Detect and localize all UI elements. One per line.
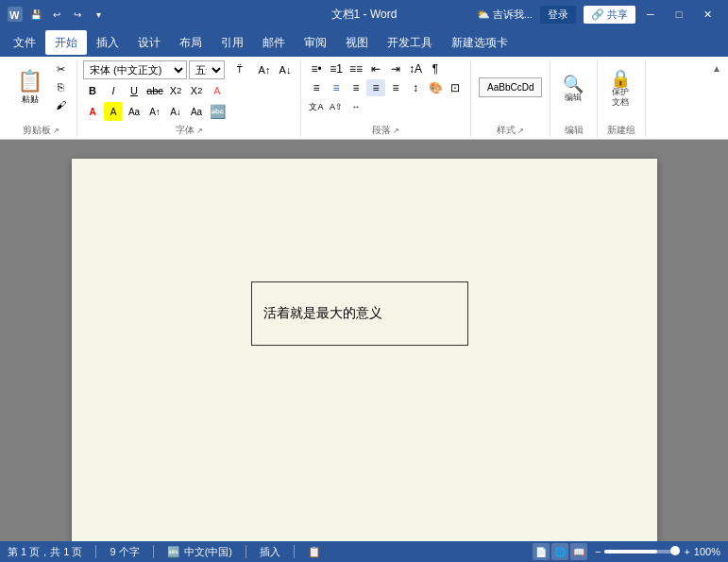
share-button[interactable]: 🔗 共享 <box>584 6 635 24</box>
view-print-btn[interactable]: 📄 <box>533 543 550 560</box>
styles-expand-icon[interactable]: ↗ <box>517 127 524 135</box>
track-changes[interactable]: 📋 <box>308 546 321 558</box>
more-qa-btn[interactable]: ▾ <box>89 5 108 24</box>
align-right-button[interactable]: ≡ <box>347 79 365 96</box>
show-marks-button[interactable]: ¶ <box>426 60 445 77</box>
redo-qa-btn[interactable]: ↪ <box>68 5 87 24</box>
clipboard-content: 📋 粘贴 ✂ ⎘ 🖌 <box>11 60 71 122</box>
minimize-button[interactable]: ─ <box>637 0 664 28</box>
insert-mode[interactable]: 插入 <box>260 545 280 559</box>
strikethrough-button[interactable]: abc <box>145 81 164 100</box>
page-info-text: 第 1 页，共 1 页 <box>8 545 82 559</box>
save-qa-btn[interactable]: 💾 <box>26 5 45 24</box>
zoom-track[interactable] <box>604 550 680 553</box>
font-size-select[interactable]: 五号 <box>189 60 225 79</box>
align-justify-button[interactable]: ≡ <box>366 79 385 96</box>
menu-references[interactable]: 引用 <box>212 30 253 55</box>
ribbon-group-edit: 🔍 编辑 编辑 <box>550 60 598 137</box>
ribbon-collapse-button[interactable]: ▲ <box>709 60 724 76</box>
menu-file[interactable]: 文件 <box>4 30 45 55</box>
status-divider2 <box>153 545 154 558</box>
align-left-button[interactable]: ≡ <box>307 79 326 96</box>
menu-design[interactable]: 设计 <box>128 30 170 55</box>
change-case-button[interactable]: Aa <box>187 102 206 121</box>
menu-layout[interactable]: 布局 <box>170 30 212 55</box>
font-expand-icon[interactable]: ↗ <box>196 127 203 135</box>
lang-status[interactable]: 🔤 中文(中国) <box>167 545 232 559</box>
menu-devtools[interactable]: 开发工具 <box>378 30 442 55</box>
lang-text: 中文(中国) <box>184 545 232 559</box>
shading-button[interactable]: 🎨 <box>426 79 445 96</box>
indent-decrease-button[interactable]: ⇤ <box>366 60 385 77</box>
justify-dist-button[interactable]: ≡ <box>386 79 405 96</box>
undo-qa-btn[interactable]: ↩ <box>47 5 66 24</box>
status-right: 📄 🌐 📖 − + 100% <box>533 543 720 560</box>
clear-btn2[interactable]: 🔤 <box>208 102 227 121</box>
font-name-select[interactable]: 宋体 (中文正文) <box>83 60 187 79</box>
insert-mode-text: 插入 <box>260 545 280 559</box>
svg-text:W: W <box>9 9 20 21</box>
list-number-button[interactable]: ≡1 <box>327 60 346 77</box>
ribbon: 📋 粘贴 ✂ ⎘ 🖌 剪贴板 ↗ 宋体 (中文正文) 五号 <box>0 57 728 140</box>
line-spacing-button[interactable]: ↕ <box>406 79 425 96</box>
close-button[interactable]: ✕ <box>694 0 720 28</box>
menu-home[interactable]: 开始 <box>45 30 87 55</box>
bold-button[interactable]: B <box>83 81 102 100</box>
italic-button[interactable]: I <box>104 81 123 100</box>
styles-gallery[interactable]: AaBbCcDd <box>479 77 542 97</box>
font-color2-button[interactable]: Aa <box>125 102 144 121</box>
para-controls: ≡• ≡1 ≡≡ ⇤ ⇥ ↕A ¶ ≡ ≡ ≡ ≡ ≡ ↕ 🎨 ⊡ <box>307 60 465 115</box>
clipboard-expand-icon[interactable]: ↗ <box>53 127 59 135</box>
list-bullet-button[interactable]: ≡• <box>307 60 326 77</box>
indent-increase-button[interactable]: ⇥ <box>386 60 405 77</box>
underline-button[interactable]: U <box>125 81 144 100</box>
clear-format-button[interactable]: A <box>208 81 227 100</box>
font-label: 字体 ↗ <box>83 124 295 137</box>
font-size-adjust[interactable]: A↑ <box>145 102 164 121</box>
cut-button[interactable]: ✂ <box>50 60 71 77</box>
page-info[interactable]: 第 1 页，共 1 页 <box>8 545 82 559</box>
zoom-fill <box>604 550 657 553</box>
styles-content: AaBbCcDd <box>477 60 544 122</box>
para-expand-icon[interactable]: ↗ <box>393 127 399 135</box>
zoom-thumb[interactable] <box>670 546 680 555</box>
zoom-plus-btn[interactable]: + <box>684 546 689 557</box>
char-spacing-button[interactable]: ↔ <box>347 98 365 115</box>
menu-insert[interactable]: 插入 <box>87 30 128 55</box>
paragraph-content: ≡• ≡1 ≡≡ ⇤ ⇥ ↕A ¶ ≡ ≡ ≡ ≡ ≡ ↕ 🎨 ⊡ <box>307 60 465 122</box>
superscript-button[interactable]: X2 <box>187 81 206 100</box>
view-buttons: 📄 🌐 📖 <box>533 543 587 560</box>
paste-button[interactable]: 📋 粘贴 <box>11 60 48 113</box>
align-center-button[interactable]: ≡ <box>327 79 346 96</box>
font-grow-button[interactable]: A↑ <box>255 60 274 79</box>
protect-button[interactable]: 🔒 保护文档 <box>603 60 637 117</box>
text-box[interactable]: 活着就是最大的意义 <box>251 281 468 346</box>
view-web-btn[interactable]: 🌐 <box>551 543 568 560</box>
cloud-search[interactable]: ⛅ 吉诉我... <box>477 8 533 22</box>
zoom-slider: − + 100% <box>595 546 720 557</box>
sort-button[interactable]: ↕A <box>406 60 425 77</box>
font-color-button[interactable]: A <box>83 102 102 121</box>
borders-button[interactable]: ⊡ <box>446 79 465 96</box>
menu-mailings[interactable]: 邮件 <box>253 30 295 55</box>
word-count[interactable]: 9 个字 <box>110 545 139 559</box>
view-read-btn[interactable]: 📖 <box>570 543 587 560</box>
format-painter-button[interactable]: 🖌 <box>50 96 71 113</box>
highlight-color-button[interactable]: A <box>104 102 123 121</box>
font-size-adjust2[interactable]: A↓ <box>166 102 185 121</box>
maximize-button[interactable]: □ <box>666 0 692 28</box>
zoom-minus-btn[interactable]: − <box>595 546 601 557</box>
column-button[interactable]: A⇧ <box>327 98 346 115</box>
copy-button[interactable]: ⎘ <box>50 78 71 95</box>
login-button[interactable]: 登录 <box>540 6 576 24</box>
menu-newtab[interactable]: 新建选项卡 <box>442 30 517 55</box>
font-shrink-button[interactable]: A↓ <box>276 60 295 79</box>
subscript-button[interactable]: X2 <box>166 81 185 100</box>
zoom-percent[interactable]: 100% <box>694 546 720 557</box>
list-multi-button[interactable]: ≡≡ <box>347 60 365 77</box>
text-direction-button[interactable]: 文A <box>307 98 326 115</box>
menu-view[interactable]: 视图 <box>336 30 378 55</box>
edit-button[interactable]: 🔍 编辑 <box>556 60 590 117</box>
menu-review[interactable]: 审阅 <box>295 30 336 55</box>
clipboard-label: 剪贴板 ↗ <box>11 124 71 137</box>
